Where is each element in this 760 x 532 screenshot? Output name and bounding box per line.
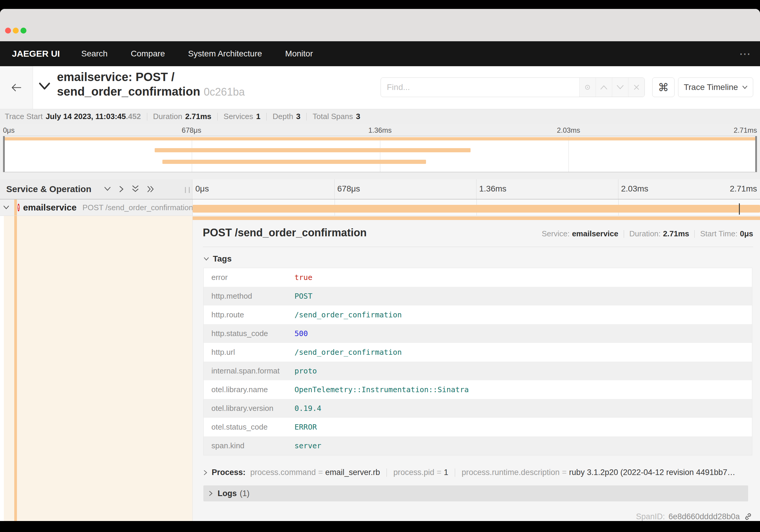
trace-title: emailservice: POST / send_order_confirma… bbox=[57, 70, 253, 99]
tag-key: error bbox=[204, 273, 295, 282]
nav-item-compare[interactable]: Compare bbox=[131, 49, 165, 59]
minimap-span bbox=[155, 148, 470, 152]
service-operation-title: Service & Operation bbox=[6, 184, 91, 194]
tag-value: POST bbox=[295, 292, 312, 301]
minimap-scrubber-left-handle[interactable] bbox=[3, 136, 5, 172]
error-icon: ! bbox=[18, 204, 20, 211]
logs-section-title: Logs bbox=[217, 489, 237, 498]
separator bbox=[387, 468, 387, 477]
process-accordion-toggle[interactable]: Process: process.command = email_server.… bbox=[203, 468, 754, 477]
detail-row-left-gutter bbox=[0, 216, 192, 521]
span-row-timeline-cell[interactable] bbox=[192, 200, 760, 216]
tag-row[interactable]: http.route /send_order_confirmation bbox=[204, 306, 752, 324]
trace-id: 0c261ba bbox=[204, 86, 245, 98]
command-icon: ⌘ bbox=[658, 81, 669, 93]
tick-label: 678μs bbox=[337, 184, 360, 194]
collapse-title-chevron[interactable] bbox=[38, 82, 51, 91]
service-operation-header: Service & Operation bbox=[0, 179, 192, 199]
process-item: process.runtime.description = ruby 3.1.2… bbox=[462, 468, 736, 477]
tag-value: proto bbox=[295, 367, 317, 375]
span-detail-row: POST /send_order_confirmation Service: e… bbox=[0, 216, 760, 521]
gridline bbox=[618, 179, 618, 199]
span-service-name: emailservice bbox=[23, 203, 76, 213]
find-next-button[interactable] bbox=[612, 78, 628, 97]
keyboard-shortcuts-button[interactable]: ⌘ bbox=[652, 77, 675, 97]
chevron-right-icon bbox=[209, 490, 213, 496]
span-duration-bar[interactable] bbox=[193, 205, 760, 213]
tick-label: 2.03ms bbox=[621, 184, 648, 194]
column-resizer-grip[interactable] bbox=[185, 187, 190, 193]
tag-row[interactable]: internal.span.format proto bbox=[204, 362, 752, 380]
summary-value: 3 bbox=[296, 112, 301, 121]
minimize-window-button[interactable] bbox=[13, 27, 19, 33]
summary-label: Services bbox=[223, 112, 253, 121]
find-clear-button[interactable] bbox=[628, 78, 644, 97]
expand-all-icon[interactable] bbox=[147, 185, 155, 193]
chevron-down-icon[interactable] bbox=[3, 205, 10, 210]
tick-label: 1.36ms bbox=[479, 184, 506, 194]
screenshot-stage: JAEGER UI Search Compare System Architec… bbox=[0, 0, 760, 532]
zoom-window-button[interactable] bbox=[21, 27, 26, 33]
chevron-down-icon bbox=[742, 85, 747, 89]
tick-label: 0μs bbox=[3, 126, 15, 134]
meta-label: Service: bbox=[542, 229, 570, 238]
tick-label: 2.71ms bbox=[734, 126, 757, 134]
find-prev-button[interactable] bbox=[595, 78, 612, 97]
link-icon[interactable] bbox=[743, 512, 753, 521]
tags-accordion-toggle[interactable]: Tags bbox=[203, 254, 754, 264]
expand-one-icon[interactable] bbox=[119, 185, 124, 193]
tag-row[interactable]: otel.library.name OpenTelemetry::Instrum… bbox=[204, 380, 752, 399]
tag-row[interactable]: http.url /send_order_confirmation bbox=[204, 343, 752, 362]
span-detail-content: POST /send_order_confirmation Service: e… bbox=[200, 226, 754, 502]
tag-row[interactable]: span.kind server bbox=[204, 436, 752, 455]
tag-row[interactable]: http.method POST bbox=[204, 287, 752, 306]
summary-value-millis: .452 bbox=[126, 112, 141, 121]
meta-value: 0μs bbox=[740, 229, 753, 238]
logs-accordion-toggle[interactable]: Logs (1) bbox=[203, 485, 748, 502]
find-locate-button[interactable] bbox=[579, 78, 595, 97]
separator bbox=[455, 468, 455, 477]
meta-label: Start Time: bbox=[700, 229, 737, 238]
tag-row[interactable]: otel.status_code ERROR bbox=[204, 418, 752, 436]
timeline-header: Service & Operation bbox=[0, 179, 760, 200]
summary-value: July 14 2023, 11:03:45.452 bbox=[46, 112, 141, 121]
tag-value: true bbox=[295, 273, 312, 282]
tag-row[interactable]: otel.library.version 0.19.4 bbox=[204, 399, 752, 418]
find-input[interactable] bbox=[381, 78, 579, 97]
minimap-scrubber-right-handle[interactable] bbox=[755, 136, 757, 172]
span-row-emailservice[interactable]: ! emailservice POST /send_order_confirma… bbox=[0, 200, 760, 216]
tick-label: 0μs bbox=[195, 184, 209, 194]
minimap-canvas[interactable] bbox=[3, 136, 757, 172]
nav-item-monitor[interactable]: Monitor bbox=[285, 49, 313, 59]
summary-label: Total Spans bbox=[312, 112, 353, 121]
trace-view-selector[interactable]: Trace Timeline bbox=[678, 77, 753, 97]
tag-key: otel.library.name bbox=[204, 385, 295, 394]
process-item: process.command = email_server.rb bbox=[250, 468, 380, 477]
back-button[interactable] bbox=[0, 66, 33, 109]
tag-key: otel.status_code bbox=[204, 422, 295, 432]
span-row-name-cell[interactable]: ! emailservice POST /send_order_confirma… bbox=[0, 200, 192, 216]
gridline bbox=[380, 136, 380, 172]
chevron-down-icon bbox=[616, 85, 624, 90]
summary-label: Duration bbox=[153, 112, 182, 121]
tag-value: 500 bbox=[295, 329, 308, 338]
minimap-span bbox=[3, 137, 757, 140]
nav-overflow-menu[interactable]: ⋯ bbox=[739, 41, 751, 66]
nav-item-system-architecture[interactable]: System Architecture bbox=[188, 49, 262, 59]
span-log-marker[interactable] bbox=[739, 203, 740, 215]
tags-section-title: Tags bbox=[213, 254, 232, 264]
gridline bbox=[192, 136, 192, 172]
tag-row[interactable]: error true bbox=[204, 268, 752, 287]
tick-label: 1.36ms bbox=[368, 126, 392, 134]
close-window-button[interactable] bbox=[5, 27, 11, 33]
tick-label: 2.71ms bbox=[730, 184, 757, 194]
collapse-all-icon[interactable] bbox=[131, 185, 140, 193]
tag-key: http.status_code bbox=[204, 329, 295, 338]
summary-value: 1 bbox=[256, 112, 261, 121]
nav-item-search[interactable]: Search bbox=[81, 49, 108, 59]
jaeger-logo[interactable]: JAEGER UI bbox=[12, 49, 60, 59]
chevron-down-icon bbox=[203, 257, 209, 261]
tag-row[interactable]: http.status_code 500 bbox=[204, 324, 752, 343]
collapse-one-icon[interactable] bbox=[103, 186, 112, 192]
target-icon bbox=[584, 83, 592, 91]
